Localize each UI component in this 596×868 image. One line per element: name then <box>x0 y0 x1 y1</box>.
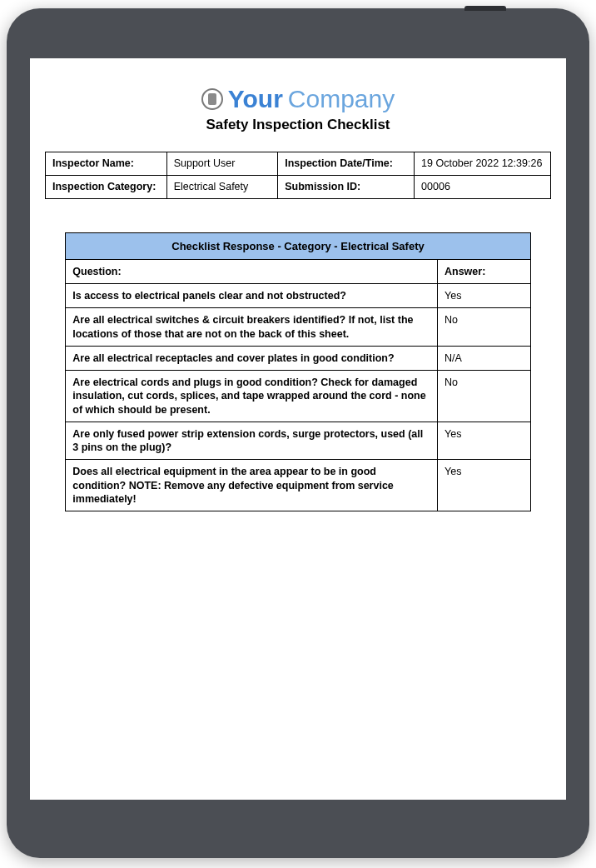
checklist-answer: Yes <box>438 422 531 460</box>
table-row: Are all electrical receptacles and cover… <box>66 346 530 370</box>
info-table: Inspector Name: Support User Inspection … <box>45 152 551 199</box>
checklist-table: Checklist Response - Category - Electric… <box>65 232 530 511</box>
table-row: Inspection Category: Electrical Safety S… <box>46 175 551 198</box>
inspector-name-value: Support User <box>166 152 278 176</box>
table-row: Are only fused power strip extension cor… <box>66 422 530 460</box>
table-row: Question: Answer: <box>66 259 530 283</box>
submission-id-label: Submission ID: <box>278 175 415 198</box>
checklist-question: Does all electrical equipment in the are… <box>66 460 438 511</box>
logo-text-strong: Your <box>228 85 283 113</box>
checklist-question: Are electrical cords and plugs in good c… <box>66 371 438 422</box>
inspector-name-label: Inspector Name: <box>46 152 167 176</box>
submission-id-value: 00006 <box>415 175 551 198</box>
answer-column-header: Answer: <box>438 259 531 283</box>
logo-row: Your Company <box>45 85 551 113</box>
inspection-datetime-value: 19 October 2022 12:39:26 <box>415 152 551 176</box>
inspection-datetime-label: Inspection Date/Time: <box>278 152 415 176</box>
checklist-answer: Yes <box>438 460 531 511</box>
table-row: Does all electrical equipment in the are… <box>66 460 530 511</box>
checklist-question: Are all electrical switches & circuit br… <box>66 308 438 347</box>
table-row: Checklist Response - Category - Electric… <box>66 232 530 259</box>
document-screen: Your Company Safety Inspection Checklist… <box>30 58 566 800</box>
inspection-category-value: Electrical Safety <box>166 175 278 198</box>
checklist-answer: No <box>438 371 531 422</box>
checklist-answer: No <box>438 308 531 347</box>
checklist-question: Are only fused power strip extension cor… <box>66 422 438 460</box>
checklist-question: Is access to electrical panels clear and… <box>66 284 438 308</box>
checklist-answer: N/A <box>438 346 531 370</box>
table-row: Are electrical cords and plugs in good c… <box>66 371 530 422</box>
table-row: Are all electrical switches & circuit br… <box>66 308 530 347</box>
checklist-section-header: Checklist Response - Category - Electric… <box>66 232 530 259</box>
power-button <box>464 6 506 11</box>
question-column-header: Question: <box>66 259 438 283</box>
tablet-frame: Your Company Safety Inspection Checklist… <box>7 8 589 858</box>
logo-text-light: Company <box>288 85 395 113</box>
document-subtitle: Safety Inspection Checklist <box>45 117 551 133</box>
inspection-category-label: Inspection Category: <box>46 175 167 198</box>
table-row: Is access to electrical panels clear and… <box>66 284 530 308</box>
checklist-answer: Yes <box>438 284 531 308</box>
table-row: Inspector Name: Support User Inspection … <box>46 152 551 176</box>
company-logo-icon <box>201 88 223 110</box>
checklist-question: Are all electrical receptacles and cover… <box>66 346 438 370</box>
